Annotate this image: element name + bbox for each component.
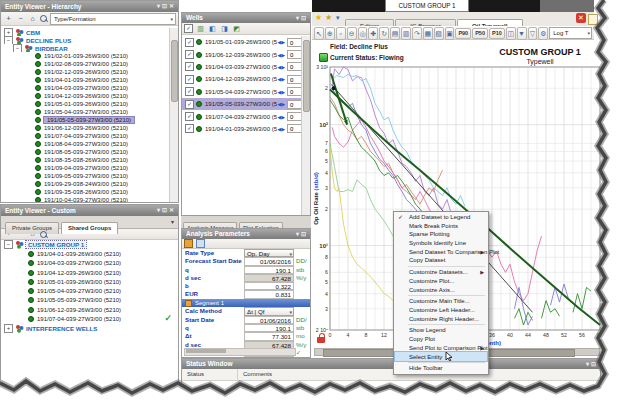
tree-group[interactable]: −BIRDBEAR [1,44,170,52]
menu-item-customize-axis[interactable]: Customize Axis... [395,286,487,295]
favorite-star2-icon[interactable]: ★ [325,13,332,22]
prev-next-arrows-icon[interactable]: ◀▶ [277,76,285,82]
menu-item-customize-plot[interactable]: Customize Plot... [395,277,487,286]
well-checkbox[interactable]: ✓ [185,87,194,96]
param-value[interactable]: 67.428 [244,274,294,282]
param-dropdown[interactable]: Op. Day▾ [244,249,294,257]
menu-item-add-dataset-to-legend[interactable]: ✓Add Dataset to Legend [395,213,487,222]
hierarchy-scrollbar[interactable] [169,28,178,202]
menu-item-select-entity[interactable]: Select Entity [395,352,487,361]
wells-row[interactable]: ✓191/07-04-039-27W3/00 (5210)◀▶0 [182,110,302,122]
tree-well[interactable]: 191/02-08-039-27W3/00 (5210) [1,60,170,68]
wells-row[interactable]: ✓191/06-12-039-26W3/00 (5210)◀▶0 [182,48,302,60]
groups-dropdown-chevron-icon[interactable]: ▾ [171,218,174,225]
analysis-copy-icon[interactable] [196,239,205,248]
legend-icon[interactable]: ▣ [445,27,455,40]
tree-well[interactable]: 191/04-01-039-26W3/00 (5210) [1,76,170,84]
expand-plus-icon[interactable]: + [4,28,13,36]
filter-down-icon[interactable]: ▼ [517,27,527,40]
param-value[interactable]: 190.1 [244,266,294,274]
zoom-in-icon[interactable]: ⊕ [325,27,335,40]
close-tab-icon[interactable]: ✕ [576,13,586,23]
tree-well[interactable]: 191/04-12-039-26W3/00 (5210) [1,92,170,100]
well-shift-value[interactable]: 0 [287,50,302,59]
wells-row[interactable]: ✓191/04-01-039-26W3/00 (5210)◀▶0 [182,123,302,135]
new-tab-icon[interactable] [588,14,598,25]
options-gear-icon[interactable]: ⚙ [538,27,548,40]
collapse-minus-icon[interactable]: − [13,44,22,52]
menu-item-customize-left-header[interactable]: Customize Left Header... [395,306,487,315]
well-shift-value[interactable]: 0 [287,38,302,47]
chevron-down-icon[interactable]: ▾ [588,28,591,38]
percentile-p10-button[interactable]: P10 [489,28,505,39]
tree-well[interactable]: 191/05-01-039-26W3/00 (5210) [1,277,178,286]
percentile-p90-button[interactable]: P90 [455,28,471,39]
tab-overflow-chevron-icon[interactable]: ▾ [336,14,340,22]
tree-group[interactable]: +CBM [1,28,170,36]
dataset-add-icon[interactable]: ▧ [434,27,444,40]
tree-group[interactable]: +INTERFERENCE WELLS [1,324,178,333]
prev-next-arrows-icon[interactable]: ◀▶ [277,101,285,107]
tree-well[interactable]: 191/07-04-039-27W3/00 (5210) [1,314,178,323]
well-checkbox[interactable]: ✓ [185,124,194,133]
param-row[interactable]: EUR0.831 [182,290,310,298]
tree-well[interactable]: 191/06-12-039-26W3/00 (5210) [1,124,170,132]
well-shift-value[interactable]: 0 [287,100,302,109]
collapse-minus-icon[interactable]: − [4,36,13,44]
pin-icon[interactable]: ⊡ [162,3,169,9]
param-value[interactable]: 0.831 [244,290,294,298]
well-checkbox[interactable]: ✓ [185,38,194,47]
param-value[interactable]: 190.1 [244,324,294,332]
chevron-down-icon[interactable]: ▾ [289,250,292,258]
pin-icon[interactable]: ⊡ [162,207,169,213]
print-preview-icon[interactable]: ▥ [401,27,411,40]
pin-icon[interactable]: ⊡ [591,361,598,367]
pin-icon[interactable]: ⊡ [301,231,308,237]
wells-row[interactable]: ✓191/05-01-039-26W3/00 (5210)◀▶0 [182,36,302,48]
tree-well[interactable]: 191/02-12-039-26W3/00 (5210) [1,68,170,76]
favorite-star-icon[interactable]: ★ [315,13,322,22]
tab-shared-groups[interactable]: Shared Groups [61,222,118,234]
segment-header[interactable]: Segment 1 [182,299,310,308]
wells-panel-header[interactable]: Wells ▾⊡ [182,13,310,23]
hierarchy-filter-dropdown[interactable]: Type/Formation ▾ [50,13,176,25]
filter-funnel-icon[interactable]: ▽ [528,27,538,40]
status-column-header[interactable]: Status [182,369,238,380]
prev-next-arrows-icon[interactable]: ◀▶ [277,126,285,132]
param-row[interactable]: Calc MethodΔt | Qf▾ [182,307,310,315]
tree-well[interactable]: 191/04-03-039-27W3/00 (5210) [1,259,178,268]
menu-item-customize-datasets[interactable]: Customize Datasets...▶ [395,268,487,277]
tree-well[interactable]: 191/05-01-039-26W3/00 (5210) [1,100,170,108]
close-icon[interactable]: ✕ [169,3,176,9]
apply-icon[interactable]: ◩ [231,24,242,34]
menu-item-customize-main-title[interactable]: Customize Main Title... [395,297,487,306]
param-value[interactable]: 01/06/2016 [244,257,294,265]
prev-next-arrows-icon[interactable]: ◀▶ [277,114,285,120]
remove-entity-icon[interactable]: − [15,14,26,24]
home-icon[interactable]: ⌂ [27,14,38,24]
tree-well[interactable]: 191/06-12-039-26W3/00 (5210) [1,305,178,314]
tree-well[interactable]: 191/08-04-039-27W3/00 (5210) [1,140,170,148]
move-right-icon[interactable]: ◨ [219,24,230,34]
well-checkbox[interactable]: ✓ [185,100,194,109]
menu-item-sparse-plotting[interactable]: Sparse Plotting [395,230,487,239]
wells-row[interactable]: ✓191/05-05-039-27W3/00 (5210)◀▶0 [182,98,302,110]
well-shift-value[interactable]: 0 [287,124,302,133]
chevron-down-icon[interactable]: ▾ [170,14,173,24]
dataset-remove-icon[interactable]: ▦ [423,27,433,40]
param-dropdown[interactable]: Δt | Qf▾ [244,307,294,315]
well-checkbox[interactable]: ✓ [185,75,194,84]
tree-well[interactable]: 191/05-04-039-27W3/00 (5210) [1,286,178,295]
well-checkbox[interactable]: ✓ [185,62,194,71]
prev-next-arrows-icon[interactable]: ◀▶ [277,52,285,58]
tree-well[interactable]: 191/08-05-039-27W3/00 (5210) [1,148,170,156]
prev-next-arrows-icon[interactable]: ◀▶ [277,39,285,45]
param-value[interactable]: 0.322 [244,282,294,290]
scale-dropdown[interactable]: Log T▾ [549,27,592,39]
hierarchy-panel-header[interactable]: Entity Viewer - Hierarchy ▾⊡✕ [1,1,178,12]
close-icon[interactable]: ✕ [169,207,176,213]
menu-item-copy-dataset[interactable]: Copy Dataset [395,256,487,265]
tree-well[interactable]: 191/10-04-039-27W3/00 (5210) [1,196,170,202]
tree-group[interactable]: −CUSTOM GROUP 1 [1,240,178,249]
tree-well[interactable]: 191/05-05-039-27W3/00 (5210) [1,116,170,124]
